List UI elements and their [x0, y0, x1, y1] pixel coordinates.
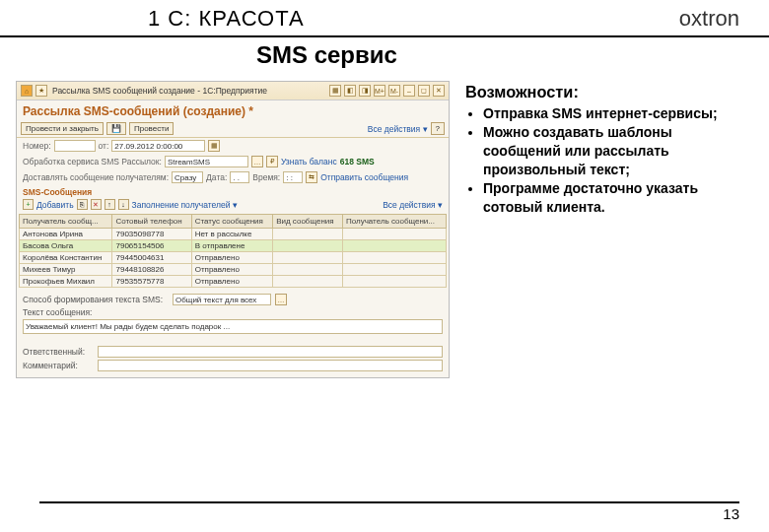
column-header[interactable]: Статус сообщения — [191, 215, 273, 229]
page-number: 13 — [39, 501, 739, 522]
method-field[interactable]: Общий текст для всех — [173, 294, 271, 305]
feature-item: Можно создавать шаблоны сообщений или ра… — [483, 123, 741, 179]
table-cell: Отправлено — [191, 276, 273, 288]
provider-field[interactable]: StreamSMS — [165, 156, 248, 167]
calendar-icon[interactable]: ▦ — [208, 140, 220, 152]
table-cell: Антонова Ирина — [20, 229, 112, 240]
copy-icon[interactable]: ⎘ — [77, 199, 88, 210]
message-text[interactable]: Уважаемый клиент! Мы рады будем сделать … — [23, 319, 443, 334]
app-window: ⌂ ★ Рассылка SMS сообщений создание - 1С… — [16, 81, 450, 378]
text-label: Текст сообщения: — [23, 307, 169, 317]
home-icon[interactable]: ⌂ — [21, 85, 33, 97]
table-cell — [342, 229, 446, 240]
table-cell: 79065154506 — [112, 240, 191, 252]
feature-item: Программе достаточно указать сотовый кли… — [483, 179, 741, 217]
send-button[interactable]: Отправить сообщения — [320, 172, 408, 182]
time-label: Время: — [252, 172, 280, 182]
responsible-field[interactable] — [98, 346, 443, 358]
delete-icon[interactable]: ✕ — [91, 199, 102, 210]
number-field[interactable] — [54, 140, 96, 152]
table-cell: Басова Ольга — [20, 240, 112, 252]
table-cell — [273, 240, 343, 252]
grid-toolbar: + Добавить ⎘ ✕ ↑ ↓ Заполнение получателе… — [17, 197, 449, 212]
service-title: SMS сервис — [256, 41, 769, 69]
main-toolbar: Провести и закрыть 💾 Провести Все действ… — [17, 120, 449, 138]
minimize-icon[interactable]: – — [403, 85, 415, 97]
table-cell: 79448108826 — [112, 264, 191, 276]
table-cell: 79535575778 — [112, 276, 191, 288]
table-cell — [342, 252, 446, 264]
save-icon[interactable]: 💾 — [106, 122, 126, 135]
recipients-table: Получатель сообщ...Сотовый телефонСтатус… — [19, 214, 447, 288]
restore-icon[interactable]: ◻ — [418, 85, 430, 97]
calc-icon[interactable]: ▦ — [329, 85, 341, 97]
tool-icon[interactable]: ◧ — [344, 85, 356, 97]
column-header[interactable]: Вид сообщения — [273, 215, 343, 229]
down-icon[interactable]: ↓ — [118, 199, 129, 210]
table-cell: В отправлене — [191, 240, 273, 252]
post-button[interactable]: Провести — [129, 122, 174, 135]
features-title: Возможности: — [465, 81, 741, 102]
table-cell: Нет в рассылке — [191, 229, 273, 240]
comment-label: Комментарий: — [23, 361, 94, 370]
table-row[interactable]: Антонова Ирина79035098778Нет в рассылке — [20, 229, 447, 240]
brand-logo: oxtron — [679, 6, 739, 32]
table-row[interactable]: Прокофьев Михаил79535575778Отправлено — [20, 276, 447, 288]
table-row[interactable]: Королёва Константин79445004631Отправлено — [20, 252, 447, 264]
table-cell: Отправлено — [191, 264, 273, 276]
tool2-icon[interactable]: ◨ — [359, 85, 371, 97]
table-cell: Королёва Константин — [20, 252, 112, 264]
table-cell: Прокофьев Михаил — [20, 276, 112, 288]
window-titlebar: ⌂ ★ Рассылка SMS сообщений создание - 1С… — [17, 82, 449, 100]
table-cell — [273, 276, 343, 288]
table-cell: Михеев Тимур — [20, 264, 112, 276]
prepare-label: Доставлять сообщение получателям: — [23, 172, 169, 182]
mminus-icon[interactable]: M- — [388, 85, 400, 97]
close-icon[interactable]: ✕ — [433, 85, 445, 97]
table-cell — [273, 252, 343, 264]
grid-all-actions[interactable]: Все действия ▾ — [383, 200, 443, 210]
balance-icon[interactable]: ₽ — [266, 156, 278, 167]
star-icon[interactable]: ★ — [35, 85, 47, 97]
window-title: Рассылка SMS сообщений создание - 1С:Пре… — [52, 86, 267, 96]
table-row[interactable]: Михеев Тимур79448108826Отправлено — [20, 264, 447, 276]
section-title: SMS-Сообщения — [17, 185, 449, 197]
method-label: Способ формирования текста SMS: — [23, 295, 169, 304]
time-field[interactable]: : : — [283, 171, 303, 183]
comment-field[interactable] — [98, 360, 443, 371]
table-cell — [342, 240, 446, 252]
date2-field[interactable]: . . — [230, 171, 249, 183]
all-actions-menu[interactable]: Все действия ▾ — [368, 124, 428, 134]
column-header[interactable]: Получатель сообщ... — [20, 215, 112, 229]
date-field[interactable]: 27.09.2012 0:00:00 — [111, 140, 205, 152]
fill-button[interactable]: Заполнение получателей ▾ — [132, 200, 238, 210]
balance-button[interactable]: Узнать баланс — [281, 157, 337, 166]
lookup-icon[interactable]: … — [251, 156, 263, 167]
column-header[interactable]: Получатель сообщени... — [342, 215, 446, 229]
mplus-icon[interactable]: M+ — [374, 85, 385, 97]
table-cell: 79035098778 — [112, 229, 191, 240]
feature-item: Отправка SMS интернет-сервисы; — [483, 104, 741, 123]
help-icon[interactable]: ? — [431, 122, 445, 135]
prepare-field[interactable]: Сразу — [172, 171, 203, 183]
send-icon[interactable]: ⇆ — [306, 171, 317, 183]
table-cell: Отправлено — [191, 252, 273, 264]
method-more-icon[interactable]: … — [275, 294, 287, 305]
post-close-button[interactable]: Провести и закрыть — [21, 122, 104, 135]
table-cell — [273, 264, 343, 276]
table-cell: 79445004631 — [112, 252, 191, 264]
responsible-label: Ответственный: — [23, 347, 94, 357]
form-title: Рассылка SMS-сообщений (создание) * — [17, 100, 449, 120]
column-header[interactable]: Сотовый телефон — [112, 215, 191, 229]
add-button[interactable]: Добавить — [36, 200, 74, 210]
features-panel: Возможности: Отправка SMS интернет-серви… — [465, 81, 741, 378]
table-row[interactable]: Басова Ольга79065154506В отправлене — [20, 240, 447, 252]
add-icon[interactable]: + — [23, 199, 34, 210]
page-title: 1 С: КРАСОТА — [148, 6, 305, 32]
date2-label: Дата: — [206, 172, 227, 182]
table-cell — [273, 229, 343, 240]
number-label: Номер: — [23, 141, 51, 151]
date-label: от: — [99, 141, 109, 151]
balance-value: 618 SMS — [340, 157, 375, 166]
up-icon[interactable]: ↑ — [105, 199, 115, 210]
